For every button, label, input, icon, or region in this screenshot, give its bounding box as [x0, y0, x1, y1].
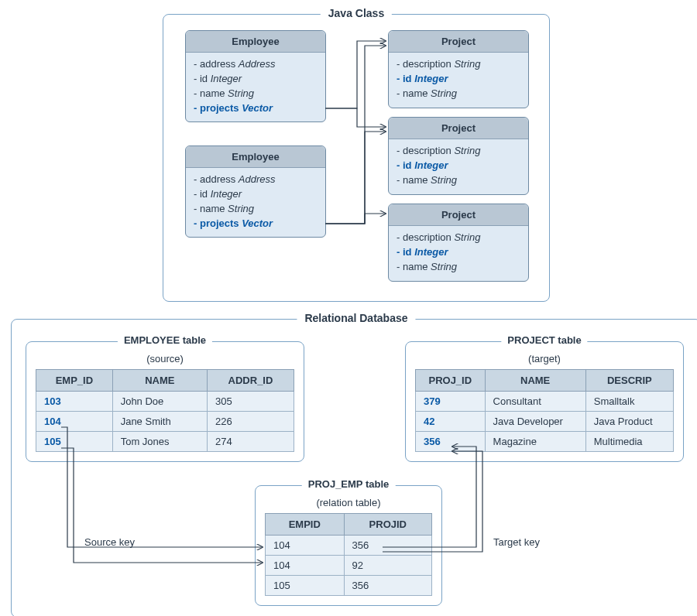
class-attr-highlight: - projects Vector	[194, 101, 318, 116]
java-class-panel: Java Class Employee - address Address - …	[163, 14, 550, 302]
cell: Magazine	[485, 432, 585, 452]
project-table: PROJ_ID NAME DESCRIP 379 Consultant Smal…	[415, 369, 674, 452]
class-attr: - name String	[397, 173, 520, 188]
class-title: Project	[389, 31, 528, 53]
cell: 104	[266, 556, 345, 576]
class-attr: - description String	[397, 57, 520, 72]
table-row: 104 356	[266, 536, 432, 556]
cell-key: 104	[36, 412, 113, 432]
table-row: 104 Jane Smith 226	[36, 412, 294, 432]
cell: Jane Smith	[112, 412, 207, 432]
cell: 226	[207, 412, 294, 432]
employee-table-title: EMPLOYEE table	[118, 334, 212, 346]
col-header: PROJID	[344, 514, 431, 536]
employee-table-subtitle: (source)	[36, 353, 294, 364]
cell-key: 379	[416, 392, 486, 412]
employee-table: EMP_ID NAME ADDR_ID 103 John Doe 305 104…	[36, 369, 294, 452]
table-row: 105 356	[266, 576, 432, 596]
class-project-1: Project - description String - id Intege…	[388, 30, 529, 108]
cell: Smalltalk	[585, 392, 673, 412]
projemp-table-title: PROJ_EMP table	[302, 478, 396, 490]
project-table-panel: PROJECT table (target) PROJ_ID NAME DESC…	[405, 341, 684, 462]
class-attr: - id Integer	[194, 187, 318, 202]
cell-key: 105	[36, 432, 113, 452]
projemp-table-panel: PROJ_EMP table (relation table) EMPID PR…	[255, 485, 442, 606]
projemp-table: EMPID PROJID 104 356 104 92 105 356	[265, 513, 432, 596]
class-attr: - name String	[194, 87, 318, 101]
class-attr-highlight: - id Integer	[397, 72, 520, 87]
class-attr: - name String	[194, 202, 318, 217]
col-header: PROJ_ID	[416, 370, 486, 392]
cell: 274	[207, 432, 294, 452]
cell-key: 356	[416, 432, 486, 452]
cell: 92	[344, 556, 431, 576]
cell-key: 42	[416, 412, 486, 432]
projemp-table-subtitle: (relation table)	[265, 497, 432, 508]
col-header: ADDR_ID	[207, 370, 294, 392]
source-key-label: Source key	[84, 536, 135, 548]
cell: Tom Jones	[112, 432, 207, 452]
class-attr-highlight: - id Integer	[397, 245, 520, 260]
col-header: DESCRIP	[585, 370, 673, 392]
class-attr: - description String	[397, 144, 520, 159]
cell: Multimedia	[585, 432, 673, 452]
target-key-label: Target key	[493, 536, 540, 548]
class-attr: - address Address	[194, 57, 318, 72]
class-employee-1: Employee - address Address - id Integer …	[185, 30, 326, 122]
class-attr: - description String	[397, 231, 520, 245]
class-attr: - name String	[397, 87, 520, 101]
cell: John Doe	[112, 392, 207, 412]
project-table-subtitle: (target)	[415, 353, 674, 364]
class-project-2: Project - description String - id Intege…	[388, 117, 529, 195]
cell: 356	[344, 536, 431, 556]
class-attr: - address Address	[194, 173, 318, 187]
table-row: 379 Consultant Smalltalk	[416, 392, 674, 412]
cell: Java Product	[585, 412, 673, 432]
col-header: EMPID	[266, 514, 345, 536]
col-header: NAME	[485, 370, 585, 392]
cell: 305	[207, 392, 294, 412]
relational-db-panel: Relational Database EMPLOYEE table (sour…	[11, 319, 697, 616]
class-title: Employee	[186, 146, 325, 168]
class-attr: - name String	[397, 260, 520, 275]
table-row: 42 Java Developer Java Product	[416, 412, 674, 432]
cell: Java Developer	[485, 412, 585, 432]
class-attr-highlight: - projects Vector	[194, 217, 318, 231]
col-header: NAME	[112, 370, 207, 392]
cell: 104	[266, 536, 345, 556]
class-title: Employee	[186, 31, 325, 53]
java-class-panel-title: Java Class	[321, 7, 392, 19]
col-header: EMP_ID	[36, 370, 113, 392]
class-project-3: Project - description String - id Intege…	[388, 204, 529, 282]
cell: Consultant	[485, 392, 585, 412]
class-title: Project	[389, 204, 528, 226]
table-row: 104 92	[266, 556, 432, 576]
project-table-title: PROJECT table	[501, 334, 587, 346]
table-row: 103 John Doe 305	[36, 392, 294, 412]
class-attr-highlight: - id Integer	[397, 159, 520, 173]
relational-db-panel-title: Relational Database	[297, 312, 415, 324]
cell: 105	[266, 576, 345, 596]
class-title: Project	[389, 118, 528, 139]
cell-key: 103	[36, 392, 113, 412]
class-employee-2: Employee - address Address - id Integer …	[185, 145, 326, 238]
class-attr: - id Integer	[194, 72, 318, 87]
table-row: 356 Magazine Multimedia	[416, 432, 674, 452]
table-row: 105 Tom Jones 274	[36, 432, 294, 452]
cell: 356	[344, 576, 431, 596]
employee-table-panel: EMPLOYEE table (source) EMP_ID NAME ADDR…	[26, 341, 304, 462]
